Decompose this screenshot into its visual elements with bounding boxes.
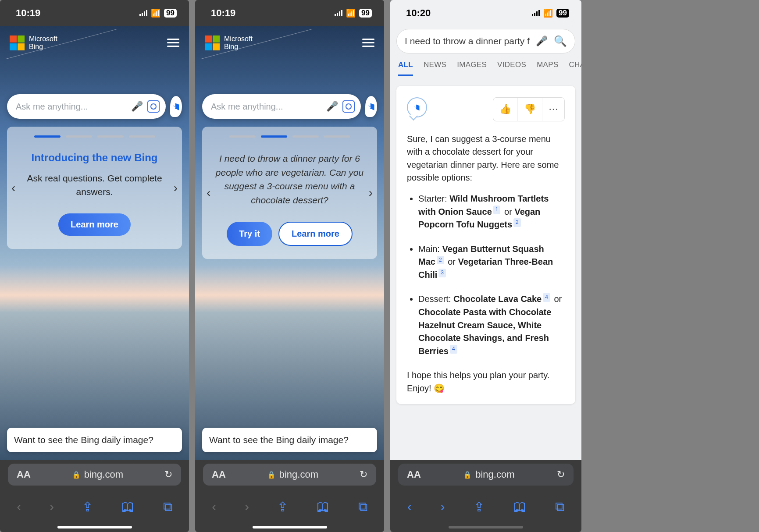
bookmarks-icon[interactable]: 🕮: [114, 495, 142, 518]
search-icon[interactable]: 🔍: [554, 35, 567, 47]
clock: 10:20: [406, 7, 431, 19]
tab-maps[interactable]: MAPS: [537, 60, 558, 76]
clock: 10:19: [16, 7, 40, 19]
logo-text: MicrosoftBing: [224, 35, 253, 50]
status-right: 📶 99: [139, 8, 177, 18]
bookmarks-icon[interactable]: 🕮: [506, 495, 534, 518]
carousel-indicator[interactable]: [18, 135, 171, 138]
ios-status-bar: 10:19 📶99: [195, 0, 384, 26]
visual-search-icon[interactable]: [342, 100, 355, 113]
tab-news[interactable]: NEWS: [424, 60, 446, 76]
logo-text: MicrosoftBing: [29, 35, 57, 50]
daily-image-prompt[interactable]: Want to see the Bing daily image?: [202, 428, 377, 452]
more-icon[interactable]: ⋯: [542, 98, 564, 121]
share-icon[interactable]: ⇪: [75, 495, 100, 519]
chevron-left-icon[interactable]: ‹: [204, 183, 213, 202]
search-box[interactable]: 🎤 🔍: [396, 29, 575, 53]
carousel-indicator[interactable]: [214, 135, 366, 138]
bing-homepage: MicrosoftBing 🎤 ‹ › Introducing the new …: [0, 26, 189, 460]
address-bar[interactable]: AA🔒bing.com↻: [203, 464, 376, 486]
answer-dessert: Dessert: Chocolate Lava Cake4 or Chocola…: [418, 293, 565, 358]
bing-chat-icon[interactable]: [170, 96, 182, 117]
url-text: bing.com: [475, 469, 514, 480]
bookmarks-icon[interactable]: 🕮: [310, 495, 337, 518]
tab-chat[interactable]: CHAT: [569, 60, 581, 76]
thumbs-down-icon[interactable]: 👎: [517, 98, 542, 121]
ios-status-bar: 10:20 📶99: [390, 0, 581, 26]
url-text: bing.com: [279, 469, 318, 480]
search-input[interactable]: [211, 102, 322, 112]
try-it-button[interactable]: Try it: [227, 222, 272, 246]
forward-icon[interactable]: ›: [433, 495, 452, 518]
safari-address-area: AA 🔒bing.com ↻: [0, 460, 189, 489]
tab-images[interactable]: IMAGES: [457, 60, 487, 76]
microsoft-logo-icon: [205, 35, 220, 50]
lock-icon: 🔒: [463, 471, 472, 479]
battery-level: 99: [556, 9, 569, 18]
safari-toolbar: ‹›⇪🕮⧉: [195, 489, 384, 524]
search-input[interactable]: [405, 36, 530, 46]
answer-main: Main: Vegan Butternut Squash Mac2 or Veg…: [418, 243, 565, 282]
reload-icon[interactable]: ↻: [557, 469, 565, 480]
answer-intro: Sure, I can suggest a 3-course menu with…: [407, 133, 565, 184]
chevron-right-icon[interactable]: ›: [171, 178, 180, 198]
reload-icon[interactable]: ↻: [360, 469, 367, 480]
mic-icon[interactable]: 🎤: [131, 101, 143, 112]
wifi-icon: 📶: [543, 8, 553, 18]
forward-icon[interactable]: ›: [43, 495, 61, 518]
answer-outro: I hope this helps you plan your party. E…: [407, 369, 565, 395]
menu-icon[interactable]: [362, 39, 374, 47]
home-indicator: [253, 526, 327, 528]
thumbs-up-icon[interactable]: 👍: [493, 98, 517, 121]
tabs-icon[interactable]: ⧉: [156, 495, 179, 519]
address-bar[interactable]: AA🔒bing.com↻: [398, 464, 574, 486]
microsoft-logo-icon: [10, 35, 25, 50]
bing-homepage: MicrosoftBing 🎤 ‹ › I need to throw a di…: [195, 26, 384, 460]
promo-card: ‹ › Introducing the new Bing Ask real qu…: [7, 127, 182, 249]
text-size-icon[interactable]: AA: [407, 469, 421, 480]
bing-chat-icon[interactable]: [365, 96, 377, 117]
search-input[interactable]: [16, 102, 127, 112]
search-tabs: ALL NEWS IMAGES VIDEOS MAPS CHAT: [390, 53, 581, 76]
cell-signal-icon: [532, 10, 540, 16]
chevron-left-icon[interactable]: ‹: [9, 178, 18, 198]
forward-icon[interactable]: ›: [238, 495, 256, 518]
reload-icon[interactable]: ↻: [164, 469, 172, 480]
feedback-buttons: 👍 👎 ⋯: [493, 97, 565, 121]
tab-all[interactable]: ALL: [398, 60, 413, 76]
answer-starter: Starter: Wild Mushroom Tartlets with Oni…: [418, 192, 565, 231]
battery-level: 99: [359, 9, 372, 18]
microsoft-bing-logo[interactable]: MicrosoftBing: [10, 35, 57, 50]
phone-screenshot-1: 10:19 📶 99 MicrosoftBing 🎤: [0, 0, 189, 532]
lock-icon: 🔒: [72, 471, 81, 479]
learn-more-button[interactable]: Learn more: [58, 213, 131, 236]
phone-screenshot-2: 10:19 📶99 MicrosoftBing 🎤 ‹ › I need to …: [195, 0, 384, 532]
back-icon[interactable]: ‹: [10, 495, 28, 518]
text-size-icon[interactable]: AA: [212, 469, 226, 480]
share-icon[interactable]: ⇪: [467, 495, 492, 519]
address-bar[interactable]: AA 🔒bing.com ↻: [8, 464, 181, 486]
url-text: bing.com: [84, 469, 123, 480]
mic-icon[interactable]: 🎤: [536, 35, 548, 47]
menu-icon[interactable]: [167, 39, 179, 47]
clock: 10:19: [211, 7, 235, 19]
learn-more-button[interactable]: Learn more: [278, 222, 353, 246]
tab-videos[interactable]: VIDEOS: [497, 60, 526, 76]
wifi-icon: 📶: [151, 8, 160, 18]
chevron-right-icon[interactable]: ›: [366, 183, 375, 202]
microsoft-bing-logo[interactable]: MicrosoftBing: [205, 35, 253, 50]
search-box[interactable]: 🎤: [202, 94, 361, 119]
tabs-icon[interactable]: ⧉: [351, 495, 374, 519]
tabs-icon[interactable]: ⧉: [548, 495, 571, 519]
promo-card: ‹ › I need to throw a dinner party for 6…: [202, 127, 377, 259]
visual-search-icon[interactable]: [147, 100, 160, 113]
back-icon[interactable]: ‹: [205, 495, 223, 518]
share-icon[interactable]: ⇪: [270, 495, 295, 519]
phone-screenshot-3: 10:20 📶99 🎤 🔍 ALL NEWS IMAGES VIDEOS MAP…: [390, 0, 581, 532]
daily-image-prompt[interactable]: Want to see the Bing daily image?: [7, 428, 182, 452]
back-icon[interactable]: ‹: [400, 495, 419, 518]
home-indicator: [57, 526, 132, 528]
search-box[interactable]: 🎤: [7, 94, 166, 119]
text-size-icon[interactable]: AA: [17, 469, 31, 480]
mic-icon[interactable]: 🎤: [326, 101, 338, 112]
